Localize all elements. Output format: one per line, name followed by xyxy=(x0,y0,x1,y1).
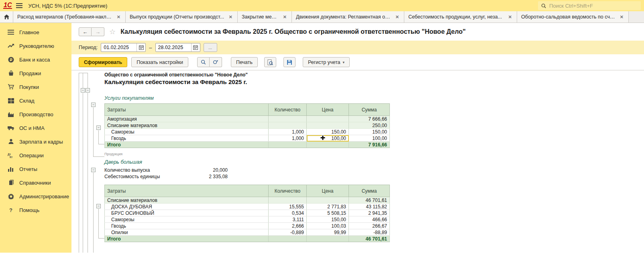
cell-qty[interactable]: 2,666 xyxy=(269,223,307,229)
collapse-button[interactable]: − xyxy=(96,125,101,130)
cell-name[interactable]: Опилки xyxy=(105,229,269,236)
cell-price[interactable] xyxy=(307,116,349,122)
find-next-button[interactable] xyxy=(210,57,222,67)
home-tab[interactable] xyxy=(0,11,13,23)
cell-price[interactable] xyxy=(307,197,349,204)
output-quantity-value[interactable]: 20,000 xyxy=(213,167,228,173)
main-menu-icon[interactable] xyxy=(16,3,22,8)
tab-5[interactable]: Оборотно-сальдовая ведомость по сче...✕ xyxy=(517,11,629,23)
cell-sum[interactable]: 150,00 xyxy=(349,129,390,135)
cell-sum[interactable]: 46 701,61 xyxy=(349,197,390,204)
cell-qty[interactable] xyxy=(269,116,307,122)
tab-close-icon[interactable]: ✕ xyxy=(619,14,624,20)
tab-1[interactable]: Выпуск продукции (Отчеты производст...✕ xyxy=(126,11,238,23)
find-button[interactable] xyxy=(197,57,210,67)
cell-qty[interactable]: 1,000 xyxy=(269,129,307,135)
cell-sum[interactable]: 2 941,35 xyxy=(349,210,390,216)
sidebar-item-4[interactable]: Покупки xyxy=(0,80,71,94)
period-more-button[interactable]: ... xyxy=(204,43,217,52)
cell-price[interactable]: 150,00 xyxy=(307,129,349,135)
cell-name[interactable]: Итого xyxy=(105,142,269,148)
cell-sum[interactable]: 7 916,66 xyxy=(349,142,390,148)
sidebar-item-7[interactable]: ОС и НМА xyxy=(0,121,71,135)
cell-price[interactable]: 100,03 xyxy=(307,223,349,229)
collapse-button[interactable]: − xyxy=(86,88,90,93)
calendar-icon[interactable] xyxy=(137,43,145,51)
cell-name[interactable]: Амортизация xyxy=(105,116,269,122)
collapse-button[interactable]: − xyxy=(91,103,96,107)
collapse-button[interactable]: − xyxy=(81,88,85,93)
cell-name[interactable]: Саморезы xyxy=(105,216,269,223)
period-from-value[interactable]: 01.02.2025 xyxy=(101,45,137,50)
cell-name[interactable]: Списание материалов xyxy=(105,122,269,129)
nav-forward-button[interactable]: → xyxy=(92,27,104,36)
period-to-value[interactable]: 28.02.2025 xyxy=(156,45,191,50)
cell-qty[interactable]: -0,889 xyxy=(269,229,307,236)
cell-sum[interactable]: 7 666,66 xyxy=(349,116,390,122)
tab-close-icon[interactable]: ✕ xyxy=(116,14,121,20)
sidebar-item-9[interactable]: ДтКтОперации xyxy=(0,148,71,162)
cell-sum[interactable]: 266,67 xyxy=(349,223,390,229)
cell-qty[interactable] xyxy=(269,142,307,148)
cell-price[interactable]: 99,99 xyxy=(307,229,349,236)
calendar-icon[interactable] xyxy=(191,43,200,51)
sidebar-item-13[interactable]: ?Помощь xyxy=(0,203,71,217)
show-settings-button[interactable]: Показать настройки xyxy=(131,57,188,67)
cell-price[interactable]: 150,00 xyxy=(307,216,349,223)
cell-sum[interactable]: 46 701,61 xyxy=(349,236,390,242)
cell-name[interactable]: Гвоздь xyxy=(105,135,269,142)
generate-button[interactable]: Сформировать xyxy=(79,57,127,67)
cell-qty[interactable]: 15,555 xyxy=(269,204,307,210)
cell-sum[interactable]: 466,66 xyxy=(349,216,390,223)
nav-back-button[interactable]: ← xyxy=(79,27,92,36)
period-from-field[interactable]: 01.02.2025 xyxy=(101,43,146,52)
cell-name[interactable]: Саморезы xyxy=(105,129,269,135)
cell-qty[interactable] xyxy=(269,197,307,204)
sidebar-item-10[interactable]: Отчеты xyxy=(0,162,71,176)
sidebar-item-12[interactable]: Администрирование xyxy=(0,189,71,203)
cell-price[interactable]: 2 771,83 xyxy=(307,204,349,210)
cell-price[interactable] xyxy=(307,236,349,242)
cell-price[interactable]: 100,00 xyxy=(307,135,349,142)
tab-2[interactable]: Закрытие месяца✕ xyxy=(238,11,292,23)
collapse-button[interactable]: − xyxy=(91,168,96,172)
sidebar-item-0[interactable]: Главное xyxy=(0,25,71,39)
cell-qty[interactable]: 0,534 xyxy=(269,210,307,216)
sidebar-item-6[interactable]: Производство xyxy=(0,107,71,121)
cell-qty[interactable]: 3,111 xyxy=(269,216,307,223)
preview-button[interactable] xyxy=(264,57,276,67)
tab-close-icon[interactable]: ✕ xyxy=(228,14,233,20)
cell-name[interactable]: Списание материалов xyxy=(105,197,269,204)
cell-name[interactable]: БРУС ОСИНОВЫЙ xyxy=(105,210,269,216)
tab-4[interactable]: Себестоимость продукции, услуг, неза...✕ xyxy=(404,11,517,23)
tab-close-icon[interactable]: ✕ xyxy=(507,14,513,20)
tab-close-icon[interactable]: ✕ xyxy=(395,14,400,20)
collapse-button[interactable]: − xyxy=(96,204,101,208)
cell-name[interactable]: ДОСКА ДУБОВАЯ xyxy=(105,204,269,210)
cell-name[interactable]: Итого xyxy=(105,236,269,242)
save-button[interactable] xyxy=(283,57,296,67)
cell-price[interactable] xyxy=(307,142,349,148)
cell-qty[interactable] xyxy=(269,122,307,129)
cell-qty[interactable] xyxy=(269,236,307,242)
sidebar-item-11[interactable]: Справочники xyxy=(0,176,71,189)
cell-price[interactable] xyxy=(307,122,349,129)
cell-name[interactable]: Гвоздь xyxy=(105,223,269,229)
cell-sum[interactable]: 43 115,82 xyxy=(349,204,390,210)
period-to-field[interactable]: 28.02.2025 xyxy=(155,43,200,52)
tab-0[interactable]: Расход материалов (Требования-накла...✕ xyxy=(13,11,126,23)
sidebar-item-3[interactable]: Продажи xyxy=(0,66,71,80)
cell-qty[interactable]: 1,000 xyxy=(269,135,307,142)
cell-price[interactable]: 5 508,15 xyxy=(307,210,349,216)
favorite-star-icon[interactable]: ☆ xyxy=(109,27,116,36)
register-dropdown[interactable]: Регистр учета ▾ xyxy=(303,57,350,67)
cell-sum[interactable]: 250,00 xyxy=(349,122,390,129)
search-input[interactable] xyxy=(548,2,638,9)
tab-close-icon[interactable]: ✕ xyxy=(282,14,287,20)
unit-cost-value[interactable]: 2 335,08 xyxy=(209,174,228,179)
sidebar-item-8[interactable]: Зарплата и кадры xyxy=(0,135,71,148)
global-search[interactable] xyxy=(538,1,641,10)
sidebar-item-5[interactable]: Склад xyxy=(0,94,71,107)
sidebar-item-2[interactable]: ₽Банк и касса xyxy=(0,53,71,66)
tab-3[interactable]: Движения документа: Регламентная оп...✕ xyxy=(292,11,404,23)
